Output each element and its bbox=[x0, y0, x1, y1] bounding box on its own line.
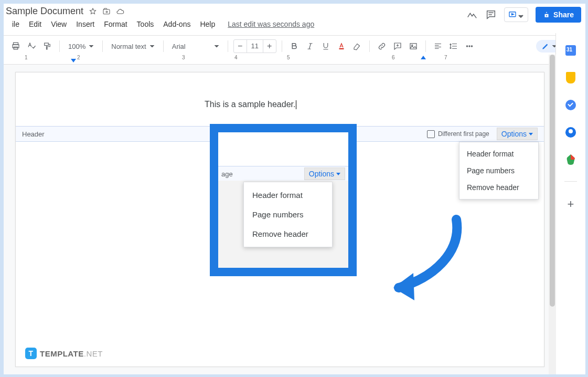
zoom-value: 100% bbox=[68, 43, 85, 50]
svg-rect-2 bbox=[546, 15, 547, 16]
left-indent-marker[interactable] bbox=[71, 59, 76, 62]
tasks-icon[interactable] bbox=[565, 99, 576, 111]
menu-edit[interactable]: Edit bbox=[26, 18, 45, 30]
add-comment-icon[interactable] bbox=[391, 39, 404, 53]
font-value: Arial bbox=[172, 43, 186, 50]
scrollbar-thumb[interactable] bbox=[550, 55, 555, 307]
ruler-num: 6 bbox=[392, 55, 395, 60]
different-first-page-checkbox[interactable]: Different first page bbox=[427, 130, 489, 138]
keep-icon[interactable] bbox=[565, 72, 576, 83]
zoom-select[interactable]: 100% bbox=[65, 41, 97, 51]
ruler-num: 1 bbox=[25, 55, 28, 60]
present-button[interactable] bbox=[504, 7, 528, 22]
inset-options-dropdown: Header format Page numbers Remove header bbox=[243, 182, 333, 247]
more-icon[interactable] bbox=[463, 39, 476, 53]
caret-down-icon bbox=[529, 133, 533, 135]
text-color-icon[interactable] bbox=[335, 39, 348, 53]
highlight-icon[interactable] bbox=[350, 39, 364, 53]
comments-icon[interactable] bbox=[485, 9, 497, 20]
svg-point-11 bbox=[469, 46, 470, 47]
separator bbox=[425, 40, 426, 52]
cloud-icon[interactable] bbox=[116, 7, 124, 16]
svg-point-12 bbox=[471, 46, 472, 47]
share-button[interactable]: Share bbox=[536, 7, 581, 23]
header-text[interactable]: This is a sample header. bbox=[205, 100, 296, 109]
bold-icon[interactable] bbox=[287, 39, 301, 53]
menu-tools[interactable]: Tools bbox=[134, 18, 157, 30]
last-edit-text[interactable]: Last edit was seconds ago bbox=[228, 18, 314, 30]
menu-format[interactable]: Format bbox=[101, 18, 130, 30]
inset-options-button[interactable]: Options bbox=[304, 167, 345, 180]
get-addons-icon[interactable]: + bbox=[568, 197, 574, 211]
template-logo-icon: T bbox=[25, 348, 37, 359]
document-page[interactable]: This is a sample header. Header Differen… bbox=[15, 72, 544, 367]
caret-down-icon bbox=[518, 12, 525, 18]
menu-addons[interactable]: Add-ons bbox=[160, 18, 194, 30]
separator bbox=[564, 181, 577, 182]
italic-icon[interactable] bbox=[303, 39, 317, 53]
menu-help[interactable]: Help bbox=[197, 18, 218, 30]
star-icon[interactable] bbox=[89, 7, 97, 16]
separator bbox=[59, 40, 60, 52]
svg-rect-7 bbox=[339, 48, 344, 49]
annotation-arrow-icon bbox=[372, 204, 477, 309]
menubar: ile Edit View Insert Format Tools Add-on… bbox=[6, 17, 314, 30]
menu-page-numbers[interactable]: Page numbers bbox=[459, 162, 538, 179]
spellcheck-icon[interactable] bbox=[25, 39, 38, 53]
header-options-dropdown: Header format Page numbers Remove header bbox=[459, 142, 539, 200]
contacts-icon[interactable] bbox=[565, 127, 576, 138]
underline-icon[interactable] bbox=[319, 39, 333, 53]
caret-down-icon bbox=[89, 43, 94, 50]
calendar-icon[interactable] bbox=[565, 45, 576, 56]
side-panel: + bbox=[555, 33, 585, 374]
inset-header-area bbox=[218, 132, 348, 166]
titlebar: Sample Document ile Edit View Insert bbox=[4, 4, 585, 36]
right-indent-marker[interactable] bbox=[421, 56, 426, 59]
content-area: 1 2 3 4 5 6 7 This is a sample header. H… bbox=[4, 55, 556, 374]
vertical-scrollbar[interactable] bbox=[549, 55, 556, 374]
caret-down-icon bbox=[336, 173, 340, 175]
separator bbox=[163, 40, 164, 52]
menu-view[interactable]: View bbox=[48, 18, 70, 30]
separator bbox=[369, 40, 370, 52]
insert-link-icon[interactable] bbox=[375, 39, 389, 53]
menu-file[interactable]: ile bbox=[9, 18, 23, 30]
header-options-button[interactable]: Options bbox=[497, 128, 538, 140]
maps-icon[interactable] bbox=[565, 154, 576, 165]
menu-insert[interactable]: Insert bbox=[73, 18, 98, 30]
inset-page-label: age bbox=[221, 170, 233, 178]
activity-icon[interactable] bbox=[466, 9, 478, 20]
doc-title[interactable]: Sample Document bbox=[6, 6, 83, 17]
font-size-increase[interactable]: + bbox=[263, 40, 276, 53]
caret-down-icon bbox=[149, 43, 155, 50]
paragraph-style-select[interactable]: Normal text bbox=[108, 41, 157, 51]
font-size-value[interactable]: 11 bbox=[247, 40, 263, 53]
line-spacing-icon[interactable] bbox=[447, 39, 461, 53]
separator bbox=[282, 40, 282, 52]
inset-menu-page-numbers[interactable]: Page numbers bbox=[244, 205, 332, 224]
svg-rect-5 bbox=[14, 47, 18, 50]
separator bbox=[228, 40, 228, 52]
align-icon[interactable] bbox=[431, 39, 445, 53]
insert-image-icon[interactable] bbox=[407, 39, 420, 53]
caret-down-icon bbox=[214, 43, 219, 50]
move-icon[interactable] bbox=[102, 7, 111, 16]
svg-point-10 bbox=[466, 46, 467, 47]
font-size-control: − 11 + bbox=[233, 39, 276, 53]
google-docs-app: Sample Document ile Edit View Insert bbox=[3, 3, 586, 375]
font-select[interactable]: Arial bbox=[169, 41, 222, 51]
header-label: Header bbox=[22, 130, 45, 138]
menu-header-format[interactable]: Header format bbox=[459, 145, 538, 162]
menu-remove-header[interactable]: Remove header bbox=[459, 179, 538, 196]
checkbox-icon bbox=[427, 130, 435, 138]
ruler[interactable]: 1 2 3 4 5 6 7 bbox=[4, 55, 556, 65]
paint-format-icon[interactable] bbox=[40, 39, 54, 53]
inset-header-bar: age Options bbox=[218, 166, 348, 182]
share-label: Share bbox=[553, 11, 574, 19]
annotation-highlight-box: age Options Header format Page numbers R… bbox=[210, 124, 357, 276]
inset-menu-remove-header[interactable]: Remove header bbox=[244, 224, 332, 244]
print-icon[interactable] bbox=[9, 39, 23, 53]
toolbar: 100% Normal text Arial − 11 + bbox=[4, 36, 585, 57]
font-size-decrease[interactable]: − bbox=[234, 40, 247, 53]
inset-menu-header-format[interactable]: Header format bbox=[244, 185, 332, 205]
